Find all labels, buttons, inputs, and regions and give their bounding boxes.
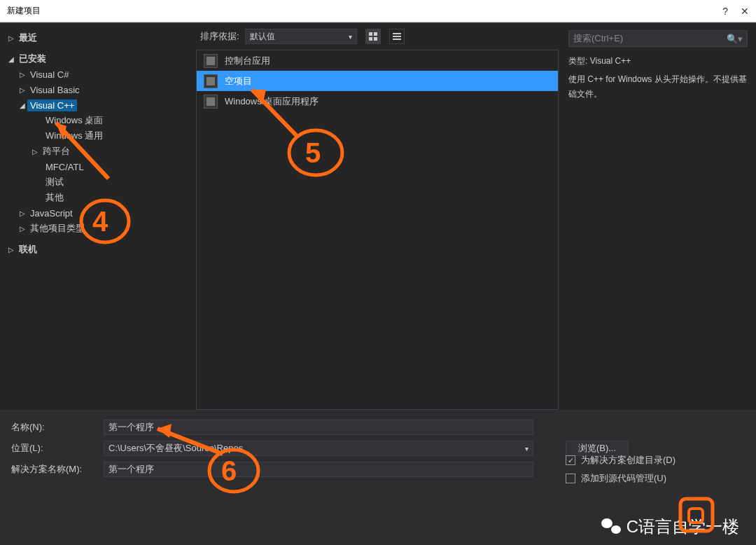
template-icon (204, 95, 218, 109)
template-list: 控制台应用 空项目 Windows 桌面应用程序 (196, 50, 559, 410)
checkbox-icon: ✓ (566, 455, 575, 465)
chevron-down-icon: ◢ (18, 102, 27, 109)
search-input[interactable]: 搜索(Ctrl+E) 🔍▾ (568, 30, 748, 47)
help-button[interactable]: ? (722, 6, 728, 17)
center-pane: 排序依据: 默认值 ▾ 控制台应用 空项目 Window (196, 23, 560, 410)
template-label: Windows 桌面应用程序 (225, 95, 318, 108)
sidebar-item-javascript[interactable]: ▷ JavaScript (4, 205, 196, 221)
sidebar-item-windows-desktop[interactable]: Windows 桌面 (4, 113, 196, 128)
watermark: C语言自学一楼 (601, 516, 739, 538)
svg-rect-3 (374, 37, 377, 41)
svg-rect-6 (393, 39, 401, 40)
sidebar-item-label: Visual C++ (27, 99, 77, 111)
template-windows-desktop-app[interactable]: Windows 桌面应用程序 (197, 91, 558, 111)
sidebar-item-label: 最近 (16, 31, 40, 45)
sidebar-item-visual-cpp[interactable]: ◢ Visual C++ (4, 97, 196, 113)
view-medium-icons-button[interactable] (365, 29, 381, 44)
search-placeholder: 搜索(Ctrl+E) (573, 32, 623, 45)
sidebar-item-label: JavaScript (27, 207, 76, 219)
sidebar-item-label: 联机 (16, 242, 40, 256)
template-label: 空项目 (225, 75, 252, 88)
name-label: 名称(N): (11, 421, 95, 434)
sidebar-item-crossplatform[interactable]: ▷ 跨平台 (4, 144, 196, 159)
search-icon: 🔍▾ (727, 34, 743, 44)
template-icon (204, 74, 218, 88)
sidebar-item-label: Visual C# (27, 69, 71, 81)
chevron-down-icon: ▾ (349, 33, 352, 41)
sort-label: 排序依据: (200, 30, 239, 43)
sidebar-item-label: Windows 桌面 (43, 113, 106, 127)
sidebar-online[interactable]: ▷ 联机 (4, 242, 196, 257)
chevron-down-icon: ▾ (525, 445, 528, 453)
sidebar-recent[interactable]: ▷ 最近 (4, 30, 196, 46)
sidebar-item-other-types[interactable]: ▷ 其他项目类型 (4, 221, 196, 236)
sidebar-item-label: 跨平台 (40, 144, 73, 158)
name-input[interactable]: 第一个程序 (104, 420, 533, 435)
template-icon (204, 54, 218, 68)
sidebar-installed[interactable]: ◢ 已安装 (4, 51, 196, 67)
template-label: 控制台应用 (225, 55, 270, 67)
template-description: 使用 C++ for Windows 从头开始操作。不提供基础文件。 (568, 72, 748, 101)
sort-combo[interactable]: 默认值 ▾ (245, 29, 357, 44)
solution-input[interactable]: 第一个程序 (104, 462, 533, 477)
template-console-app[interactable]: 控制台应用 (197, 50, 558, 71)
checkbox-label: 添加到源代码管理(U) (581, 472, 666, 485)
sidebar-item-test[interactable]: 测试 (4, 174, 196, 190)
chevron-right-icon: ▷ (18, 71, 27, 78)
chevron-right-icon: ▷ (18, 86, 27, 94)
sidebar-item-windows-universal[interactable]: Windows 通用 (4, 128, 196, 144)
checkbox-label: 为解决方案创建目录(D) (581, 454, 676, 467)
type-label: 类型: (568, 56, 587, 66)
name-value: 第一个程序 (108, 421, 154, 434)
checkbox-icon (566, 474, 575, 483)
chevron-right-icon: ▷ (6, 246, 16, 254)
svg-rect-2 (369, 37, 372, 41)
sidebar-item-mfc-atl[interactable]: MFC/ATL (4, 159, 196, 174)
sidebar: ▷ 最近 ◢ 已安装 ▷ Visual C# ▷ Visual Basic ◢ … (0, 23, 196, 410)
view-list-button[interactable] (389, 29, 405, 44)
chevron-right-icon: ▷ (30, 148, 40, 156)
bottom-form: 名称(N): 第一个程序 位置(L): C:\Users\不舍昼夜\Source… (0, 410, 756, 487)
chevron-right-icon: ▷ (6, 34, 16, 42)
wechat-icon (601, 518, 621, 535)
sidebar-item-label: 测试 (43, 175, 66, 189)
chevron-right-icon: ▷ (18, 225, 27, 233)
create-dir-checkbox[interactable]: ✓ 为解决方案创建目录(D) (566, 451, 676, 469)
chevron-down-icon: ◢ (6, 55, 16, 63)
add-source-control-checkbox[interactable]: 添加到源代码管理(U) (566, 469, 676, 488)
watermark-text: C语言自学一楼 (626, 516, 739, 538)
sidebar-item-label: Visual Basic (27, 84, 83, 96)
svg-rect-1 (374, 32, 377, 36)
solution-label: 解决方案名称(M): (11, 463, 95, 476)
right-pane: 搜索(Ctrl+E) 🔍▾ 类型: Visual C++ 使用 C++ for … (560, 23, 756, 410)
type-value: Visual C++ (590, 56, 631, 66)
solution-value: 第一个程序 (108, 463, 154, 476)
location-input[interactable]: C:\Users\不舍昼夜\Source\Repos ▾ (104, 441, 533, 456)
sidebar-item-label: MFC/ATL (43, 161, 87, 173)
location-label: 位置(L): (11, 442, 95, 455)
svg-rect-0 (369, 32, 372, 36)
sidebar-item-label: 其他项目类型 (27, 221, 88, 235)
sidebar-item-label: 其他 (43, 191, 66, 205)
sidebar-item-label: Windows 通用 (43, 129, 106, 143)
sidebar-item-visual-csharp[interactable]: ▷ Visual C# (4, 67, 196, 82)
titlebar: 新建项目 ? ✕ (0, 0, 756, 22)
template-empty-project[interactable]: 空项目 (197, 71, 558, 91)
sort-bar: 排序依据: 默认值 ▾ (196, 23, 560, 50)
main-area: ▷ 最近 ◢ 已安装 ▷ Visual C# ▷ Visual Basic ◢ … (0, 22, 756, 410)
sort-value: 默认值 (250, 31, 275, 43)
window-title: 新建项目 (7, 5, 41, 17)
location-value: C:\Users\不舍昼夜\Source\Repos (108, 442, 243, 455)
chevron-right-icon: ▷ (18, 209, 27, 217)
sidebar-item-label: 已安装 (16, 52, 49, 66)
sidebar-item-visual-basic[interactable]: ▷ Visual Basic (4, 82, 196, 97)
svg-rect-5 (393, 36, 401, 37)
close-button[interactable]: ✕ (741, 6, 749, 17)
svg-rect-4 (393, 33, 401, 34)
sidebar-item-other[interactable]: 其他 (4, 190, 196, 205)
